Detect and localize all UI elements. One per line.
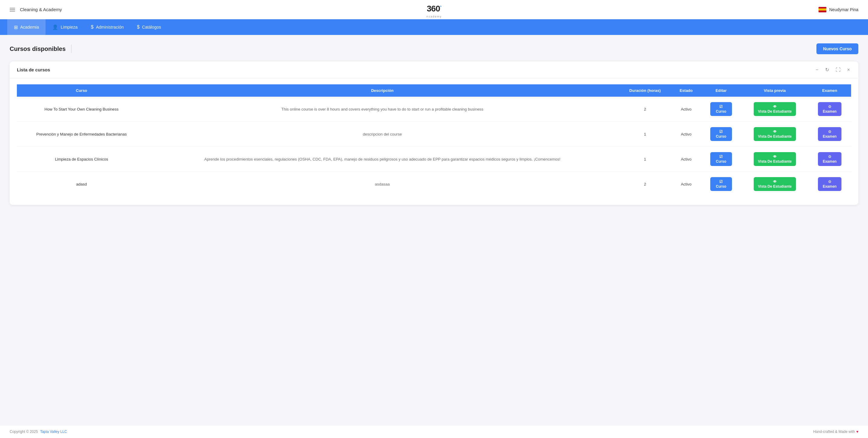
page-title-area: Cursos disponibles (10, 44, 71, 53)
help-icon: ⊙ (828, 155, 831, 159)
cell-editar-1: ☑ Curso (701, 122, 741, 147)
footer-left: Copyright © 2025 Tapia Valley LLC (10, 430, 67, 434)
nav-item-administracion[interactable]: $ Administración (84, 19, 130, 35)
nav-label-limpieza: Limpieza (61, 25, 78, 30)
nuevo-curso-button[interactable]: Nuevos Curso (816, 43, 858, 54)
cell-examen-1: ⊙ Examen (808, 122, 851, 147)
footer: Copyright © 2025 Tapia Valley LLC Hand-c… (0, 425, 868, 438)
made-with-text: Hand-crafted & Made with (813, 430, 855, 434)
card-header: Lista de cursos − ↻ ⛶ × (10, 62, 858, 78)
vista-estudiante-button-1[interactable]: 👁 Vista De Estudiante (754, 127, 796, 141)
close-button[interactable]: × (846, 67, 851, 73)
cell-curso-1: Prevención y Manejo de Enfermedades Bact… (17, 122, 146, 147)
expand-icon[interactable] (10, 6, 16, 13)
cell-editar-3: ☑ Curso (701, 172, 741, 197)
eye-icon: 👁 (773, 104, 777, 109)
check-icon: ☑ (719, 104, 723, 109)
table-container: Curso Descripción Duración (horas) Estad… (10, 78, 858, 205)
table-header-row: Curso Descripción Duración (horas) Estad… (17, 85, 851, 97)
examen-button-1[interactable]: ⊙ Examen (818, 127, 841, 141)
examen-button-2[interactable]: ⊙ Examen (818, 152, 841, 166)
title-divider (71, 44, 71, 53)
cell-desc-2: Aprende los procedimientos esenciales, r… (146, 147, 619, 172)
courses-card: Lista de cursos − ↻ ⛶ × Curso Descripció… (10, 62, 858, 205)
table-row: Prevención y Manejo de Enfermedades Bact… (17, 122, 851, 147)
user-icon: 👤 (52, 24, 58, 30)
eye-icon: 👁 (773, 130, 777, 134)
cell-vista-1: 👁 Vista De Estudiante (741, 122, 808, 147)
vista-estudiante-button-0[interactable]: 👁 Vista De Estudiante (754, 102, 796, 116)
edit-curso-button-1[interactable]: ☑ Curso (710, 127, 732, 141)
vista-estudiante-button-2[interactable]: 👁 Vista De Estudiante (754, 152, 796, 166)
cell-vista-2: 👁 Vista De Estudiante (741, 147, 808, 172)
navbar: ⊞ Academia 👤 Limpieza $ Administración $… (0, 19, 868, 35)
help-icon: ⊙ (828, 104, 831, 109)
cell-examen-2: ⊙ Examen (808, 147, 851, 172)
col-header-vista: Vista previa (741, 85, 808, 97)
minimize-button[interactable]: − (814, 67, 819, 73)
eye-icon: 👁 (773, 155, 777, 159)
cell-estado-2: Activo (671, 147, 701, 172)
cell-vista-3: 👁 Vista De Estudiante (741, 172, 808, 197)
eye-icon: 👁 (773, 179, 777, 184)
col-header-examen: Examen (808, 85, 851, 97)
page-title: Cursos disponibles (10, 45, 66, 53)
cell-desc-0: This online course is over 8 hours and c… (146, 97, 619, 122)
nav-item-limpieza[interactable]: 👤 Limpieza (45, 19, 84, 35)
card-title: Lista de cursos (17, 67, 50, 72)
cell-estado-1: Activo (671, 122, 701, 147)
cell-desc-1: descripcion del course (146, 122, 619, 147)
col-header-editar: Editar (701, 85, 741, 97)
cell-examen-3: ⊙ Examen (808, 172, 851, 197)
edit-curso-button-0[interactable]: ☑ Curso (710, 102, 732, 116)
check-icon: ☑ (719, 179, 723, 184)
cell-editar-0: ☑ Curso (701, 97, 741, 122)
check-icon: ☑ (719, 155, 723, 159)
examen-button-3[interactable]: ⊙ Examen (818, 177, 841, 191)
dollar-icon-cat: $ (137, 24, 140, 30)
card-actions: − ↻ ⛶ × (814, 66, 851, 73)
table-row: adasd asdasaa 2 Activo ☑ Curso 👁 Vista D… (17, 172, 851, 197)
table-row: Limpieza de Espacios Clínicos Aprende lo… (17, 147, 851, 172)
refresh-button[interactable]: ↻ (824, 66, 830, 73)
company-link[interactable]: Tapia Valley LLC (40, 430, 67, 434)
vista-estudiante-button-3[interactable]: 👁 Vista De Estudiante (754, 177, 796, 191)
help-icon: ⊙ (828, 130, 831, 134)
help-icon: ⊙ (828, 179, 831, 184)
app-title: Cleaning & Academy (20, 7, 62, 12)
examen-button-0[interactable]: ⊙ Examen (818, 102, 841, 116)
page-content: Cursos disponibles Nuevos Curso Lista de… (0, 35, 868, 425)
courses-table: Curso Descripción Duración (horas) Estad… (17, 85, 851, 196)
cell-duracion-3: 2 (619, 172, 672, 197)
cell-curso-3: adasd (17, 172, 146, 197)
logo-text: 360° (427, 4, 441, 13)
check-icon: ☑ (719, 130, 723, 134)
nav-item-catalogos[interactable]: $ Catálogos (130, 19, 168, 35)
dollar-icon-admin: $ (91, 24, 93, 30)
cell-estado-3: Activo (671, 172, 701, 197)
edit-curso-button-3[interactable]: ☑ Curso (710, 177, 732, 191)
topbar: Cleaning & Academy 360° Academy Neudymar… (0, 0, 868, 19)
topbar-left: Cleaning & Academy (10, 6, 62, 13)
page-header: Cursos disponibles Nuevos Curso (10, 43, 858, 54)
col-header-descripcion: Descripción (146, 85, 619, 97)
topbar-right: Neudymar Pina (818, 7, 859, 12)
footer-right: Hand-crafted & Made with ♥ (813, 430, 858, 434)
nav-label-administracion: Administración (96, 25, 124, 30)
cell-duracion-0: 2 (619, 97, 672, 122)
nav-item-academia[interactable]: ⊞ Academia (7, 19, 45, 35)
cell-curso-0: How To Start Your Own Cleaning Business (17, 97, 146, 122)
col-header-estado: Estado (671, 85, 701, 97)
expand-button[interactable]: ⛶ (835, 67, 842, 73)
nav-label-catalogos: Catálogos (142, 25, 161, 30)
flag-spain-icon (818, 7, 826, 12)
copyright-text: Copyright © 2025 (10, 430, 38, 434)
cell-duracion-1: 1 (619, 122, 672, 147)
col-header-curso: Curso (17, 85, 146, 97)
table-row: How To Start Your Own Cleaning Business … (17, 97, 851, 122)
grid-icon: ⊞ (14, 24, 18, 30)
col-header-duracion: Duración (horas) (619, 85, 672, 97)
username-label: Neudymar Pina (829, 7, 859, 12)
cell-desc-3: asdasaa (146, 172, 619, 197)
edit-curso-button-2[interactable]: ☑ Curso (710, 152, 732, 166)
